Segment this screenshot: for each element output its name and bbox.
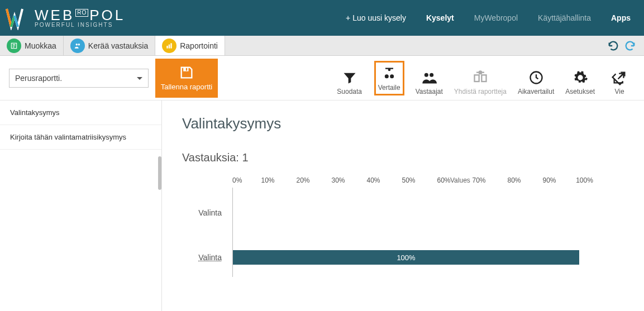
merge-reports-button[interactable]: Yhdistä raportteja: [454, 70, 507, 95]
tick: 50%: [391, 176, 426, 184]
svg-rect-3: [167, 46, 168, 49]
chart-x-axis: 0% 10% 20% 30% 40% 50% 60% 70% 80% 90% 1…: [232, 176, 627, 184]
tab-edit-label: Muokkaa: [25, 41, 56, 50]
chart: Values 0% 10% 20% 30% 40% 50% 60% 70% 80…: [182, 176, 627, 277]
export-button[interactable]: Vie: [606, 70, 633, 95]
logo: WEBROPOL POWERFUL INSIGHTS: [4, 6, 125, 30]
tick: 30%: [321, 176, 356, 184]
compare-label: Vertaile: [378, 84, 400, 92]
logo-mark-icon: [4, 6, 29, 30]
sidebar-item-label: Valintakysymys: [10, 108, 60, 117]
answers-count-value: 1: [242, 151, 248, 164]
bar-label-0: Valinta: [177, 208, 222, 217]
tab-edit[interactable]: Muokkaa: [0, 36, 64, 55]
svg-point-12: [430, 73, 433, 76]
bar-label-1: Valinta: [177, 253, 222, 262]
svg-point-1: [75, 43, 78, 45]
filter-button[interactable]: Suodata: [336, 70, 363, 95]
svg-point-11: [424, 73, 428, 76]
svg-rect-5: [171, 43, 172, 48]
time-compare-label: Aikavertailut: [518, 88, 554, 95]
nav-create-survey[interactable]: + Luo uusi kysely: [346, 13, 406, 22]
sidebar-scrollbar[interactable]: [158, 156, 161, 190]
settings-button[interactable]: Asetukset: [565, 70, 595, 95]
bar-1: 100%: [233, 250, 579, 265]
compare-button[interactable]: Vertaile: [374, 61, 404, 95]
svg-rect-4: [169, 44, 170, 48]
save-icon: [179, 65, 194, 80]
save-report-button[interactable]: Tallenna raportti: [155, 59, 218, 98]
respondents-button[interactable]: Vastaajat: [416, 70, 443, 95]
bar-value-1: 100%: [397, 253, 415, 262]
time-compare-button[interactable]: Aikavertailut: [518, 70, 554, 95]
sidebar-item-q2[interactable]: Kirjoita tähän valintamatriisikysymys: [0, 125, 161, 150]
tick: 0%: [232, 176, 250, 184]
redo-icon[interactable]: [624, 40, 636, 52]
tick: 100%: [567, 176, 602, 184]
report-select-value: Perusraportti.: [15, 74, 62, 83]
save-report-label: Tallenna raportti: [161, 83, 213, 91]
report-select-dropdown[interactable]: Perusraportti.: [9, 69, 149, 88]
svg-rect-14: [481, 75, 486, 82]
tab-report[interactable]: Raportointi: [155, 36, 225, 55]
filter-label: Suodata: [337, 88, 362, 95]
tab-report-label: Raportointi: [180, 41, 218, 50]
svg-rect-13: [474, 75, 479, 82]
chart-plot: Valinta Valinta 100%: [232, 188, 627, 277]
svg-rect-6: [183, 68, 188, 71]
main-area: Valintakysymys Kirjoita tähän valintamat…: [0, 101, 644, 311]
nav-apps[interactable]: Apps: [611, 13, 631, 22]
tab-collect[interactable]: Kerää vastauksia: [64, 36, 155, 55]
tick: 20%: [285, 176, 321, 184]
report-icon: [162, 39, 176, 53]
tick: 10%: [250, 176, 285, 184]
chart-values-label: Values: [450, 176, 470, 184]
merge-label: Yhdistä raportteja: [454, 88, 507, 95]
export-icon: [612, 70, 627, 85]
respondents-icon: [421, 70, 437, 85]
report-content: Valintakysymys Vastauksia: 1 Values 0% 1…: [162, 101, 644, 311]
svg-point-2: [78, 43, 80, 45]
report-toolbar: Perusraportti. Tallenna raportti Suodata…: [0, 56, 644, 101]
filter-icon: [342, 70, 357, 85]
tick: 90%: [532, 176, 567, 184]
answers-count: Vastauksia: 1: [182, 151, 627, 164]
tab-collect-label: Kerää vastauksia: [88, 41, 148, 50]
edit-icon: [7, 39, 21, 53]
question-title: Valintakysymys: [182, 115, 627, 132]
question-sidebar: Valintakysymys Kirjoita tähän valintamat…: [0, 101, 162, 311]
collect-icon: [70, 39, 85, 53]
logo-tagline: POWERFUL INSIGHTS: [35, 22, 125, 28]
compare-icon: [381, 66, 397, 82]
gear-icon: [573, 70, 588, 85]
svg-rect-7: [186, 68, 187, 71]
respondents-label: Vastaajat: [416, 88, 443, 95]
tick: 40%: [356, 176, 391, 184]
svg-point-9: [390, 74, 394, 78]
settings-label: Asetukset: [565, 88, 595, 95]
undo-icon[interactable]: [607, 40, 619, 52]
logo-text: WEBROPOL: [35, 8, 125, 22]
tab-row: Muokkaa Kerää vastauksia Raportointi: [0, 36, 644, 56]
nav-surveys[interactable]: Kyselyt: [426, 13, 454, 22]
top-header: WEBROPOL POWERFUL INSIGHTS + Luo uusi ky…: [0, 0, 644, 36]
merge-icon: [473, 70, 488, 85]
clock-icon: [528, 70, 544, 85]
top-nav: + Luo uusi kysely Kyselyt MyWebropol Käy…: [346, 13, 631, 22]
sidebar-item-label: Kirjoita tähän valintamatriisikysymys: [10, 133, 126, 141]
tick: 80%: [497, 176, 532, 184]
nav-mywebropol[interactable]: MyWebropol: [474, 13, 518, 22]
answers-label-text: Vastauksia:: [182, 151, 239, 164]
nav-admin[interactable]: Käyttäjähallinta: [538, 13, 591, 22]
svg-point-8: [385, 74, 389, 78]
sidebar-item-q1[interactable]: Valintakysymys: [0, 101, 161, 125]
export-label: Vie: [614, 88, 624, 95]
